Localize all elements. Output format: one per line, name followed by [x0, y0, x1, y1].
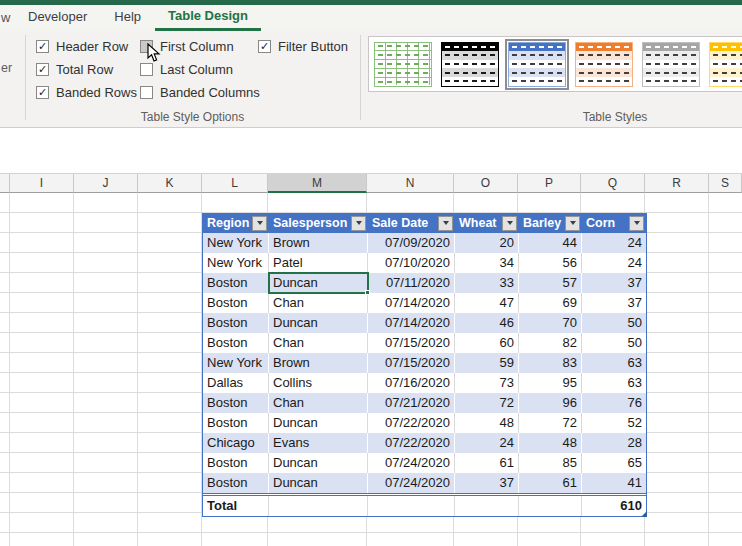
table-cell[interactable]: 50	[582, 333, 646, 353]
table-cell[interactable]: 57	[519, 273, 582, 293]
table-cell[interactable]: 63	[582, 373, 646, 393]
filter-dropdown-button[interactable]	[438, 216, 453, 231]
ribbon-tab-help[interactable]: Help	[101, 5, 154, 31]
table-style-swatch-medium-gray[interactable]	[642, 42, 700, 87]
table-cell[interactable]: Boston	[203, 293, 269, 313]
table-header-sale-date[interactable]: Sale Date	[368, 213, 455, 233]
table-cell[interactable]: 37	[582, 293, 646, 313]
table-cell[interactable]: 37	[582, 273, 646, 293]
checkbox-header-row[interactable]: ✓Header Row	[36, 35, 140, 58]
table-cell[interactable]: 69	[519, 293, 582, 313]
table-cell[interactable]: 28	[582, 433, 646, 453]
table-cell[interactable]: New York	[203, 353, 269, 373]
table-cell[interactable]: 44	[519, 233, 582, 253]
table-cell[interactable]: 60	[455, 333, 519, 353]
filter-dropdown-button[interactable]	[351, 216, 366, 231]
ribbon-tab-clipped[interactable]: w	[0, 5, 14, 31]
table-cell[interactable]: 82	[519, 333, 582, 353]
table-cell[interactable]: Dallas	[203, 373, 269, 393]
column-header-N[interactable]: N	[367, 174, 454, 193]
table-cell[interactable]: 76	[582, 393, 646, 413]
table-cell[interactable]: 96	[519, 393, 582, 413]
checkbox-box[interactable]: ✓	[258, 40, 271, 53]
table-cell[interactable]: 07/22/2020	[368, 433, 455, 453]
table-cell[interactable]: 07/15/2020	[368, 353, 455, 373]
table-cell[interactable]: 59	[455, 353, 519, 373]
total-label-cell[interactable]: Total	[203, 496, 269, 516]
column-header-S[interactable]: S	[709, 174, 742, 193]
ribbon-tab-developer[interactable]: Developer	[15, 5, 100, 31]
table-style-swatch-medium-blue[interactable]	[508, 42, 566, 87]
table-cell[interactable]: 07/15/2020	[368, 333, 455, 353]
table-cell[interactable]: Chan	[269, 393, 368, 413]
table-cell[interactable]: 07/14/2020	[368, 313, 455, 333]
table-cell[interactable]: Chan	[269, 333, 368, 353]
table-cell[interactable]: New York	[203, 253, 269, 273]
table-header-barley[interactable]: Barley	[519, 213, 582, 233]
table-cell[interactable]: 47	[455, 293, 519, 313]
table-cell[interactable]: Boston	[203, 413, 269, 433]
table-cell[interactable]: Brown	[269, 233, 368, 253]
table-cell[interactable]: 73	[455, 373, 519, 393]
table-cell[interactable]: 24	[455, 433, 519, 453]
total-empty-cell[interactable]	[368, 496, 455, 516]
table-cell[interactable]: 24	[582, 253, 646, 273]
grid-area[interactable]: RegionSalespersonSale DateWheatBarleyCor…	[0, 193, 742, 546]
active-cell-selection[interactable]	[268, 272, 369, 294]
table-cell[interactable]: 48	[519, 433, 582, 453]
table-cell[interactable]: New York	[203, 233, 269, 253]
column-header-K[interactable]: K	[138, 174, 202, 193]
table-cell[interactable]: Duncan	[269, 413, 368, 433]
table-cell[interactable]: 85	[519, 453, 582, 473]
column-header-O[interactable]: O	[454, 174, 518, 193]
table-cell[interactable]: Patel	[269, 253, 368, 273]
checkbox-banded-rows[interactable]: ✓Banded Rows	[36, 81, 140, 104]
table-cell[interactable]: 07/14/2020	[368, 293, 455, 313]
table-cell[interactable]: 20	[455, 233, 519, 253]
checkbox-filter-button[interactable]: ✓Filter Button	[258, 35, 348, 58]
checkbox-banded-columns[interactable]: Banded Columns	[140, 81, 258, 104]
table-cell[interactable]: 41	[582, 473, 646, 493]
table-cell[interactable]: 24	[582, 233, 646, 253]
table-header-corn[interactable]: Corn	[582, 213, 646, 233]
table-cell[interactable]: Boston	[203, 273, 269, 293]
total-empty-cell[interactable]	[269, 496, 368, 516]
table-cell[interactable]: 07/16/2020	[368, 373, 455, 393]
ribbon-tab-table-design[interactable]: Table Design	[155, 5, 261, 31]
table-cell[interactable]: Duncan	[269, 453, 368, 473]
column-header-R[interactable]: R	[645, 174, 709, 193]
table-cell[interactable]: Boston	[203, 333, 269, 353]
filter-dropdown-button[interactable]	[252, 216, 267, 231]
table-cell[interactable]: 34	[455, 253, 519, 273]
checkbox-box[interactable]: ✓	[36, 40, 49, 53]
table-cell[interactable]: 52	[582, 413, 646, 433]
table-cell[interactable]: 63	[582, 353, 646, 373]
table-style-swatch-medium-orange[interactable]	[575, 42, 633, 87]
table-cell[interactable]: 07/11/2020	[368, 273, 455, 293]
table-style-swatch-medium-gold[interactable]	[709, 42, 742, 87]
table-cell[interactable]: 07/09/2020	[368, 233, 455, 253]
table-style-swatch-dark-black[interactable]	[441, 42, 499, 87]
fill-handle[interactable]	[365, 290, 370, 295]
table-cell[interactable]: Chicago	[203, 433, 269, 453]
checkbox-box[interactable]: ✓	[36, 63, 49, 76]
column-header-P[interactable]: P	[518, 174, 581, 193]
table-cell[interactable]: 07/24/2020	[368, 473, 455, 493]
table-cell[interactable]: 07/10/2020	[368, 253, 455, 273]
table-header-wheat[interactable]: Wheat	[455, 213, 519, 233]
table-cell[interactable]: 72	[519, 413, 582, 433]
table-style-swatch-light-green-grid[interactable]	[374, 42, 432, 87]
table-cell[interactable]: 56	[519, 253, 582, 273]
table-cell[interactable]: 07/21/2020	[368, 393, 455, 413]
checkbox-box[interactable]: ✓	[36, 86, 49, 99]
total-empty-cell[interactable]	[519, 496, 582, 516]
checkbox-box[interactable]	[140, 86, 153, 99]
column-header-partial[interactable]	[0, 174, 10, 193]
table-cell[interactable]: 61	[519, 473, 582, 493]
table-cell[interactable]: 50	[582, 313, 646, 333]
table-header-salesperson[interactable]: Salesperson	[269, 213, 368, 233]
filter-dropdown-button[interactable]	[502, 216, 517, 231]
table-cell[interactable]: Duncan	[269, 313, 368, 333]
table-cell[interactable]: Boston	[203, 473, 269, 493]
table-cell[interactable]: Brown	[269, 353, 368, 373]
